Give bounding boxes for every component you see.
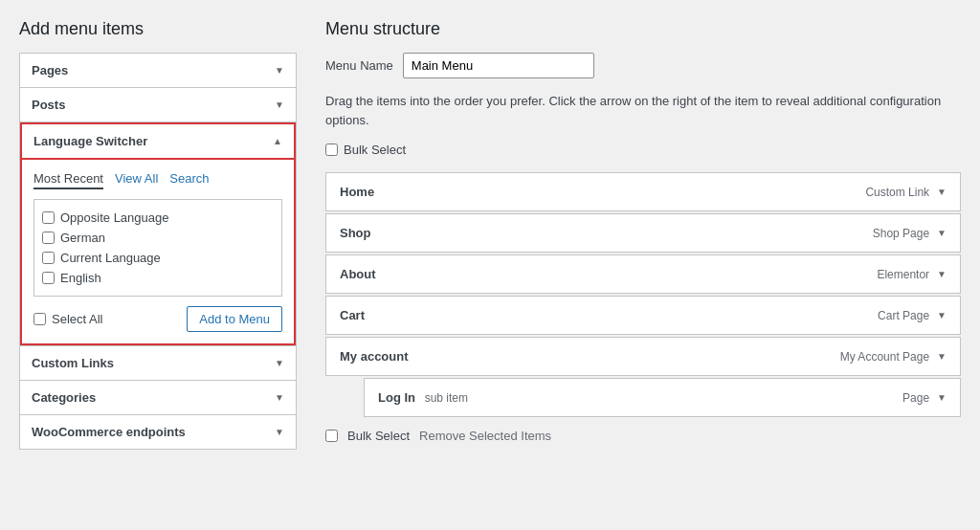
add-to-menu-button[interactable]: Add to Menu xyxy=(187,306,282,332)
menu-item-cart-label: Cart xyxy=(340,308,365,322)
woocommerce-accordion: WooCommerce endpoints xyxy=(19,415,297,450)
posts-label: Posts xyxy=(32,98,65,112)
menu-item-shop-label: Shop xyxy=(340,226,371,240)
categories-accordion: Categories xyxy=(19,381,297,415)
menu-item-login-type: Page xyxy=(902,391,929,405)
language-items-list: Opposite Language German Current Languag… xyxy=(33,199,282,297)
language-item-current[interactable]: Current Language xyxy=(42,248,274,268)
pages-label: Pages xyxy=(32,63,68,77)
select-all-checkbox[interactable] xyxy=(33,313,46,325)
language-switcher-tabs: Most Recent View All Search xyxy=(33,171,282,189)
pages-accordion-header[interactable]: Pages xyxy=(20,54,296,87)
language-switcher-accordion: Language Switcher Most Recent View All S… xyxy=(19,122,297,346)
bulk-select-bottom: Bulk Select Remove Selected Items xyxy=(325,429,961,443)
menu-name-row: Menu Name xyxy=(325,53,961,78)
menu-name-label: Menu Name xyxy=(325,58,393,73)
pages-accordion: Pages xyxy=(19,53,297,88)
tab-most-recent[interactable]: Most Recent xyxy=(33,171,103,189)
language-item-english-label: English xyxy=(60,271,101,285)
right-panel: Menu structure Menu Name Drag the items … xyxy=(297,19,961,511)
menu-item-login-arrow[interactable]: ▼ xyxy=(937,392,947,403)
menu-item-cart-arrow[interactable]: ▼ xyxy=(937,310,947,320)
accordion-footer: Select All Add to Menu xyxy=(33,306,282,332)
bulk-select-bottom-label: Bulk Select xyxy=(347,429,410,443)
woocommerce-label: WooCommerce endpoints xyxy=(32,425,186,439)
language-item-english-checkbox[interactable] xyxy=(42,272,55,284)
menu-item-login-label: Log In xyxy=(378,390,415,405)
remove-selected-link[interactable]: Remove Selected Items xyxy=(419,429,551,443)
select-all-label: Select All xyxy=(52,312,102,326)
tab-view-all[interactable]: View All xyxy=(115,171,158,189)
menu-item-login-right: Page ▼ xyxy=(902,391,947,405)
menu-item-about-label: About xyxy=(340,267,376,281)
language-switcher-body: Most Recent View All Search Opposite Lan… xyxy=(20,160,296,345)
categories-header[interactable]: Categories xyxy=(20,381,296,414)
custom-links-label: Custom Links xyxy=(32,356,114,370)
language-switcher-label: Language Switcher xyxy=(33,134,147,148)
menu-item-login: Log In sub item Page ▼ xyxy=(364,378,961,417)
language-switcher-header[interactable]: Language Switcher xyxy=(20,122,296,160)
drag-hint: Drag the items into the order you prefer… xyxy=(325,92,961,129)
menu-item-myaccount-type: My Account Page xyxy=(840,350,929,364)
tab-search[interactable]: Search xyxy=(169,171,209,189)
language-item-current-label: Current Language xyxy=(60,251,161,265)
menu-item-shop-right: Shop Page ▼ xyxy=(873,227,947,240)
menu-item-home-arrow[interactable]: ▼ xyxy=(937,187,947,197)
add-menu-items-title: Add menu items xyxy=(19,19,297,39)
language-item-german-label: German xyxy=(60,231,105,245)
posts-arrow-icon xyxy=(275,99,284,110)
language-item-german-checkbox[interactable] xyxy=(42,232,55,244)
woocommerce-header[interactable]: WooCommerce endpoints xyxy=(20,415,296,449)
select-all-area: Select All xyxy=(33,312,102,326)
bulk-select-bottom-checkbox[interactable] xyxy=(325,430,338,442)
categories-label: Categories xyxy=(32,390,96,405)
woocommerce-arrow-icon xyxy=(275,427,284,437)
menu-item-myaccount-arrow[interactable]: ▼ xyxy=(937,351,947,362)
posts-accordion-header[interactable]: Posts xyxy=(20,88,296,121)
menu-item-myaccount: My account My Account Page ▼ xyxy=(325,337,961,376)
menu-item-about-right: Elementor ▼ xyxy=(877,268,947,281)
language-item-german[interactable]: German xyxy=(42,228,274,248)
language-item-opposite-label: Opposite Language xyxy=(60,210,168,225)
menu-item-home: Home Custom Link ▼ xyxy=(325,172,961,211)
custom-links-header[interactable]: Custom Links xyxy=(20,346,296,380)
custom-links-accordion: Custom Links xyxy=(19,346,297,381)
menu-item-myaccount-right: My Account Page ▼ xyxy=(840,350,947,364)
menu-item-cart-right: Cart Page ▼ xyxy=(878,309,947,322)
menu-item-about-type: Elementor xyxy=(877,268,929,281)
menu-item-home-right: Custom Link ▼ xyxy=(865,186,947,199)
menu-item-cart: Cart Cart Page ▼ xyxy=(325,296,961,335)
bulk-select-top-label: Bulk Select xyxy=(344,143,406,157)
menu-item-home-type: Custom Link xyxy=(865,186,929,199)
bulk-select-top: Bulk Select xyxy=(325,143,961,157)
menu-item-shop-arrow[interactable]: ▼ xyxy=(937,228,947,238)
menu-structure-title: Menu structure xyxy=(325,19,961,39)
categories-arrow-icon xyxy=(275,392,284,403)
menu-items-list: Home Custom Link ▼ Shop Shop Page ▼ Abou… xyxy=(325,172,961,419)
menu-item-shop-type: Shop Page xyxy=(873,227,929,240)
language-item-english[interactable]: English xyxy=(42,268,274,288)
pages-arrow-icon xyxy=(275,65,284,76)
menu-item-cart-type: Cart Page xyxy=(878,309,929,322)
language-item-opposite-checkbox[interactable] xyxy=(42,211,55,224)
menu-item-login-labels: Log In sub item xyxy=(378,390,468,405)
menu-item-login-sub-label: sub item xyxy=(425,391,468,405)
language-switcher-arrow-icon xyxy=(273,136,282,146)
language-item-current-checkbox[interactable] xyxy=(42,252,55,264)
menu-item-myaccount-label: My account xyxy=(340,349,409,364)
language-item-opposite[interactable]: Opposite Language xyxy=(42,208,274,228)
menu-item-about-arrow[interactable]: ▼ xyxy=(937,269,947,279)
menu-item-about: About Elementor ▼ xyxy=(325,254,961,294)
menu-item-home-label: Home xyxy=(340,185,374,199)
custom-links-arrow-icon xyxy=(275,358,284,368)
posts-accordion: Posts xyxy=(19,88,297,122)
left-panel: Add menu items Pages Posts Language Swit… xyxy=(19,19,297,511)
bulk-select-top-checkbox[interactable] xyxy=(325,144,338,156)
menu-item-shop: Shop Shop Page ▼ xyxy=(325,213,961,253)
menu-name-input[interactable] xyxy=(403,53,594,78)
